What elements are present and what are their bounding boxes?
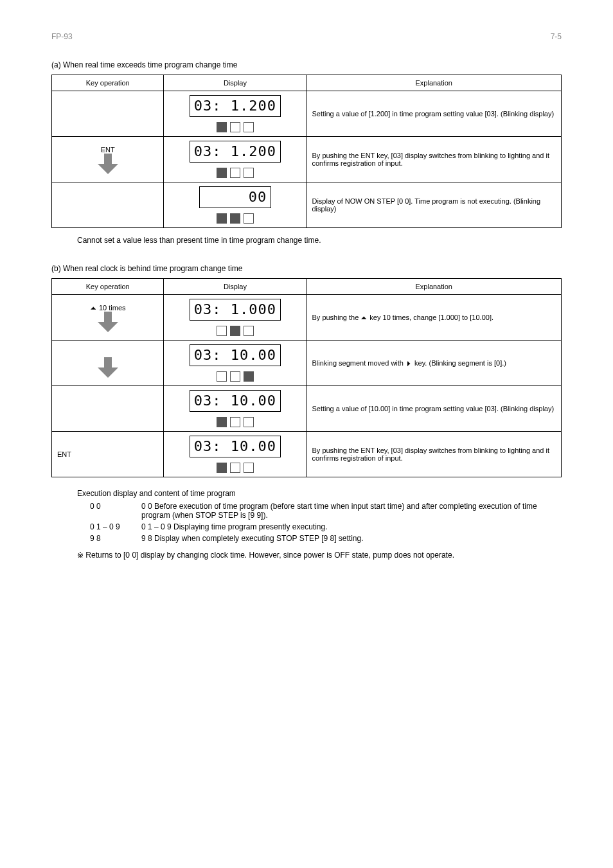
note2-item: 0 1 – 0 9 Displaying time program presen… <box>141 522 562 531</box>
note2-footer: Returns to [0 0] display by changing clo… <box>85 551 454 560</box>
key-cell <box>52 386 164 432</box>
table-a: Key operation Display Explanation 03: 1.… <box>51 75 562 228</box>
list-item: 0 1 – 0 9 0 1 – 0 9 Displaying time prog… <box>90 522 562 531</box>
explanation-cell: By pushing the ENT key, [03] display swi… <box>306 432 562 477</box>
arrow-down-icon <box>95 312 121 332</box>
header-right: 7-5 <box>551 32 562 41</box>
key-cell: ENT <box>52 432 164 477</box>
section-a-title: (a) When real time exceeds time program … <box>51 60 562 69</box>
table-row: ENT 03: 10.00 By pushing the ENT key, [0… <box>52 432 562 477</box>
table-row: 00 Display of NOW ON STEP [0 0]. Time pr… <box>52 182 562 228</box>
table-row: ⏶ 10 times 03: 1.000 By pushing the ⏶ ke… <box>52 295 562 341</box>
indicator-box <box>230 371 240 382</box>
indicator-box <box>230 326 240 336</box>
explanation-cell: By pushing the ENT key, [03] display swi… <box>306 137 562 182</box>
indicator-box <box>217 371 227 382</box>
table-header: Display <box>164 279 306 295</box>
display-cell: 03: 1.200 <box>164 137 306 182</box>
indicator-box <box>230 463 240 473</box>
lcd-display: 03: 10.00 <box>190 390 281 412</box>
indicator-box <box>217 213 227 224</box>
table-row: 03: 10.00 Blinking segment moved with ⏵ … <box>52 341 562 386</box>
indicator-boxes <box>169 417 301 427</box>
indicator-box <box>217 168 227 178</box>
indicator-boxes <box>169 168 301 178</box>
indicator-boxes <box>169 463 301 473</box>
section-b-title: (b) When real clock is behind time progr… <box>51 264 562 273</box>
key-label: ⏶ 10 times <box>57 304 158 312</box>
display-cell: 03: 10.00 <box>164 341 306 386</box>
indicator-box <box>244 168 254 178</box>
display-cell: 03: 1.200 <box>164 91 306 137</box>
arrow-down-icon <box>95 154 121 174</box>
lcd-display: 03: 1.200 <box>190 95 281 117</box>
indicator-box <box>230 417 240 427</box>
indicator-box <box>244 417 254 427</box>
svg-marker-0 <box>98 154 118 174</box>
lcd-display: 03: 1.000 <box>190 299 281 321</box>
indicator-boxes <box>169 213 301 224</box>
table-header: Explanation <box>306 279 562 295</box>
indicator-box <box>244 326 254 336</box>
table-header: Explanation <box>306 75 562 91</box>
lcd-display: 03: 10.00 <box>190 436 281 457</box>
explanation-cell: By pushing the ⏶ key 10 times, change [1… <box>306 295 562 341</box>
indicator-box <box>217 417 227 427</box>
display-cell: 03: 1.000 <box>164 295 306 341</box>
indicator-box <box>217 463 227 473</box>
list-item: 0 0 0 0 Before execution of time program… <box>90 502 562 520</box>
svg-marker-1 <box>98 312 118 332</box>
table-header: Display <box>164 75 306 91</box>
display-cell: 03: 10.00 <box>164 432 306 477</box>
indicator-box <box>244 463 254 473</box>
explanation-cell: Setting a value of [1.200] in time progr… <box>306 91 562 137</box>
explanation-cell: Display of NOW ON STEP [0 0]. Time progr… <box>306 182 562 228</box>
note2-item: 0 0 Before execution of time program (be… <box>141 502 562 520</box>
indicator-box <box>244 371 254 382</box>
lcd-display: 03: 10.00 <box>190 344 281 366</box>
indicator-box <box>244 122 254 132</box>
display-cell: 03: 10.00 <box>164 386 306 432</box>
lcd-display: 00 <box>199 186 272 208</box>
indicator-boxes <box>169 122 301 132</box>
table-row: ENT 03: 1.200 By pushing the ENT key, [0… <box>52 137 562 182</box>
lcd-display: 03: 1.200 <box>190 141 281 163</box>
indicator-box <box>217 122 227 132</box>
key-cell: ENT <box>52 137 164 182</box>
table-row: 03: 10.00 Setting a value of [10.00] in … <box>52 386 562 432</box>
note-1: Cannot set a value less than present tim… <box>77 236 485 245</box>
arrow-down-icon <box>95 357 121 378</box>
key-cell <box>52 341 164 386</box>
indicator-box <box>244 213 254 224</box>
indicator-box <box>230 168 240 178</box>
indicator-boxes <box>169 371 301 382</box>
table-b: Key operation Display Explanation ⏶ 10 t… <box>51 278 562 477</box>
svg-marker-2 <box>98 357 118 378</box>
header-left: FP-93 <box>51 32 73 41</box>
indicator-box <box>217 326 227 336</box>
key-label: ENT <box>57 450 158 458</box>
indicator-box <box>230 122 240 132</box>
key-label: ENT <box>57 146 158 154</box>
key-cell: ⏶ 10 times <box>52 295 164 341</box>
note2-item: 9 8 Display when completely executing ST… <box>141 534 562 543</box>
note2-title: Execution display and content of time pr… <box>77 489 562 498</box>
key-cell <box>52 91 164 137</box>
table-header: Key operation <box>52 75 164 91</box>
explanation-cell: Setting a value of [10.00] in time progr… <box>306 386 562 432</box>
key-cell <box>52 182 164 228</box>
table-row: 03: 1.200 Setting a value of [1.200] in … <box>52 91 562 137</box>
explanation-cell: Blinking segment moved with ⏵ key. (Blin… <box>306 341 562 386</box>
list-item: 9 8 9 8 Display when completely executin… <box>90 534 562 543</box>
display-cell: 00 <box>164 182 306 228</box>
table-header: Key operation <box>52 279 164 295</box>
indicator-boxes <box>169 326 301 336</box>
indicator-box <box>230 213 240 224</box>
